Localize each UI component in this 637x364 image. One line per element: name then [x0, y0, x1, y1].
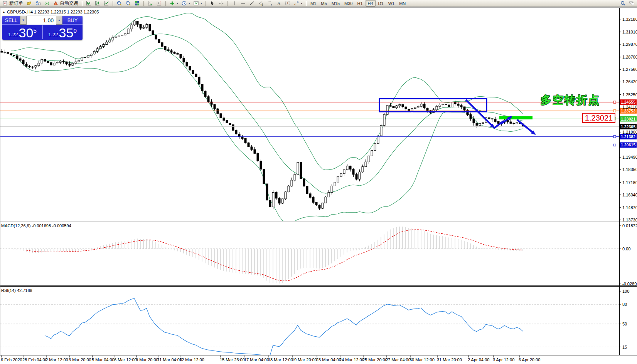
zoom-in-icon [116, 0, 122, 6]
horizontal-line-button[interactable] [239, 0, 247, 7]
price-badge: 1.24555 [621, 100, 635, 104]
indicators-button[interactable]: ▾ [168, 0, 179, 7]
timeframe-mn[interactable]: MN [397, 0, 408, 6]
trendline-button[interactable] [248, 0, 256, 7]
time-tick-label: 3 Mar 20:00 [69, 357, 91, 362]
profiles-button[interactable] [34, 0, 42, 7]
tile-windows-button[interactable] [133, 0, 141, 7]
time-tick-label: 23 Mar 04:00 [316, 357, 341, 362]
price-level-annotation-box[interactable]: 1.23021 [582, 113, 615, 123]
bar-chart-button[interactable] [84, 0, 93, 7]
crosshair-button[interactable] [217, 0, 225, 7]
volume-down-button[interactable]: ▼ [20, 16, 27, 25]
sell-price-pip: 5 [33, 27, 36, 34]
search-icon [620, 0, 626, 6]
auto-trading-icon [53, 0, 59, 6]
timeframe-m30[interactable]: M30 [342, 0, 354, 6]
turning-point-annotation[interactable]: 多空转折点 [541, 93, 600, 107]
price-tick-label: 1.28700 [622, 55, 637, 59]
volume-up-button[interactable]: ▲ [56, 16, 62, 25]
zoom-in-button[interactable] [115, 0, 123, 7]
main-toolbar: 新订单自动交易▾▾▾EFAT▾M1M5M15M30H1H4D1W1MN [0, 0, 637, 7]
sell-price[interactable]: 1.22 30 5 [2, 25, 42, 40]
svg-text:F: F [271, 4, 272, 6]
templates-button[interactable]: ▾ [192, 0, 203, 7]
time-tick-label: 27 Mar 04:00 [386, 357, 411, 362]
time-tick-label: 19 Mar 20:00 [292, 357, 317, 362]
timeframe-mn-label: MN [399, 1, 406, 6]
buy-button[interactable]: BUY [62, 16, 83, 25]
chart-shift-icon [156, 0, 162, 6]
symbol-collapse-icon[interactable]: ▲ [2, 10, 5, 14]
candlestick-chart-button[interactable] [93, 0, 101, 7]
timeframe-h4-label: H4 [368, 1, 373, 6]
zoom-out-button[interactable] [124, 0, 132, 7]
buy-price[interactable]: 1.22 35 0 [42, 25, 83, 40]
svg-text:E: E [261, 4, 263, 6]
text-button[interactable]: A [275, 0, 283, 7]
timeframe-h4[interactable]: H4 [366, 0, 376, 7]
rsi-tick-label: 50 [622, 322, 627, 326]
horizontal-line-icon [240, 0, 246, 6]
timeframe-m1[interactable]: M1 [308, 0, 318, 6]
sell-button[interactable]: SELL [2, 16, 20, 25]
price-tick-label: 1.27560 [622, 67, 637, 72]
caret-down-icon[interactable]: ▾ [301, 2, 302, 5]
symbol-ohlc-text: GBPUSD-,H4 1.22293 1.22315 1.22293 1.223… [7, 10, 99, 14]
timeframe-h1[interactable]: H1 [355, 0, 364, 6]
timeframe-w1[interactable]: W1 [386, 0, 397, 6]
auto-trading-button[interactable]: 自动交易 [52, 0, 79, 7]
search-button[interactable] [619, 0, 627, 7]
text-label-icon: T [285, 0, 290, 6]
auto-trading-button-label: 自动交易 [60, 0, 78, 7]
timeframe-m5-label: M5 [321, 1, 327, 6]
price-tick-label: 1.32180 [622, 17, 637, 22]
zoom-out-icon [125, 0, 131, 6]
timeframe-m15[interactable]: M15 [330, 0, 342, 6]
price-tick-label: 1.16040 [622, 193, 637, 197]
chart-canvas[interactable]: 1.245551.237531.230211.213821.206151.223… [0, 0, 637, 364]
support-zone-bar[interactable] [499, 116, 533, 119]
line-chart-button[interactable] [102, 0, 110, 7]
time-tick-label: 5 Mar 04:00 [92, 357, 115, 362]
cursor-button[interactable] [208, 0, 216, 7]
caret-down-icon[interactable]: ▾ [177, 2, 178, 5]
signals-button[interactable] [43, 0, 51, 7]
time-tick-label: 31 Mar 20:00 [437, 357, 462, 362]
arrows-button[interactable]: ▾ [292, 0, 303, 7]
toolbar-separator [306, 1, 306, 6]
new-order-icon [2, 0, 8, 6]
chat-button[interactable] [628, 0, 636, 7]
channel-button[interactable]: E [257, 0, 265, 7]
text-label-button[interactable]: T [283, 0, 292, 7]
price-badge: 1.20615 [621, 143, 635, 147]
price-badge: 1.23021 [621, 117, 635, 121]
auto-scroll-icon [147, 0, 153, 6]
caret-down-icon[interactable]: ▾ [189, 2, 190, 5]
signals-icon [44, 0, 50, 6]
rsi-tick-label: 100 [622, 289, 629, 294]
new-order-button[interactable]: 新订单 [1, 0, 24, 7]
toolbar-separator [143, 1, 144, 6]
caret-down-icon[interactable]: ▾ [201, 2, 202, 5]
time-tick-label: 2 Apr 04:00 [468, 357, 489, 362]
volume-input[interactable]: 1.00 [27, 16, 56, 25]
auto-scroll-button[interactable] [146, 0, 154, 7]
price-tick-label: 1.21800 [622, 130, 637, 134]
new-chart-button[interactable] [25, 0, 33, 7]
tile-windows-icon [134, 0, 140, 6]
trade-panel-divider [42, 25, 43, 39]
svg-text:A: A [277, 1, 281, 6]
chart-shift-button[interactable] [155, 0, 163, 7]
rsi-indicator-label: RSI(14) 42.7168 [1, 288, 32, 293]
vertical-line-button[interactable] [230, 0, 238, 7]
timeframe-m5[interactable]: M5 [319, 0, 329, 6]
periods-button[interactable]: ▾ [180, 0, 191, 7]
timeframe-h1-label: H1 [357, 1, 362, 6]
timeframe-d1[interactable]: D1 [376, 0, 386, 6]
chat-icon [629, 0, 635, 6]
chart-title: ▲ GBPUSD-,H4 1.22293 1.22315 1.22293 1.2… [2, 10, 99, 14]
new-order-button-label: 新订单 [9, 0, 23, 7]
fibonacci-button[interactable]: F [266, 0, 274, 7]
candle-chart-icon [94, 0, 100, 6]
